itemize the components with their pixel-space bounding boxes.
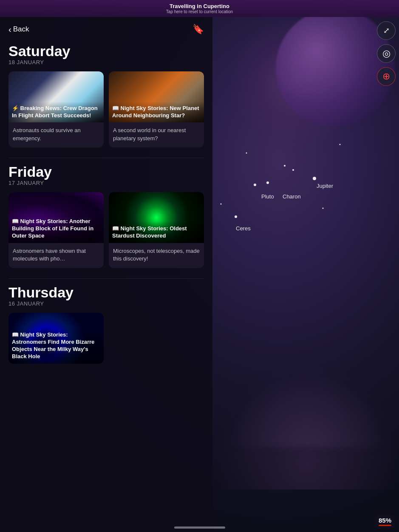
section-divider-0 [8,158,204,158]
news-card-2-0[interactable]: 📖 Night Sky Stories: Astronomers Find Mo… [8,313,104,364]
day-name-0: Saturday [8,43,204,59]
news-card-0-1[interactable]: 📖 Night Sky Stories: New Planet Around N… [109,71,204,147]
news-card-image-0-0: ⚡ Breaking News: Crew Dragon In Flight A… [8,71,104,122]
star-map-svg [212,17,399,532]
celestial-label-charon: Charon [283,193,301,200]
news-grid-0: ⚡ Breaking News: Crew Dragon In Flight A… [8,71,204,147]
svg-point-5 [292,169,294,171]
news-card-desc-1-1: Microscopes, not telescopes, made this d… [113,247,200,263]
section-divider-1 [8,278,204,279]
news-card-1-1[interactable]: 📖 Night Sky Stories: Oldest Stardust Dis… [109,192,204,268]
expand-button[interactable]: ⤢ [377,21,396,40]
left-panel[interactable]: ‹ Back 🔖 Saturday18 JANUARY⚡ Breaking Ne… [0,17,212,532]
news-card-body-0-1: A second world in our nearest planetary … [109,122,204,147]
svg-point-2 [266,181,269,184]
day-date-1: 17 JANUARY [8,180,204,186]
news-grid-2: 📖 Night Sky Stories: Astronomers Find Mo… [8,313,204,364]
day-name-1: Friday [8,164,204,180]
top-bar-title: Travelling in Cupertino [166,3,233,9]
news-card-image-title-0-0: ⚡ Breaking News: Crew Dragon In Flight A… [8,102,104,123]
svg-point-7 [340,144,341,145]
svg-point-9 [323,208,324,209]
svg-point-3 [235,215,237,218]
news-card-body-1-0: Astronomers have shown that molecules wi… [8,243,104,268]
celestial-label-ceres: Ceres [236,225,251,232]
day-section-1: Friday17 JANUARY📖 Night Sky Stories: Ano… [0,160,212,277]
top-bar[interactable]: Travelling in Cupertino Tap here to rese… [0,0,399,17]
news-card-image-title-1-0: 📖 Night Sky Stories: Another Building Bl… [8,215,104,243]
news-card-1-0[interactable]: 📖 Night Sky Stories: Another Building Bl… [8,192,104,268]
compass-icon: ◎ [382,48,391,59]
crosshair-button[interactable]: ⊕ [377,67,396,86]
news-card-image-0-1: 📖 Night Sky Stories: New Planet Around N… [109,71,204,122]
news-card-image-2-0: 📖 Night Sky Stories: Astronomers Find Mo… [8,313,104,364]
svg-point-6 [246,153,247,154]
day-section-2: Thursday16 JANUARY📖 Night Sky Stories: A… [0,280,212,372]
days-container: Saturday18 JANUARY⚡ Breaking News: Crew … [0,39,212,372]
news-card-desc-0-0: Astronauts could survive an emergency. [13,127,99,142]
panel-header: ‹ Back 🔖 [0,17,212,39]
top-bar-content: Travelling in Cupertino Tap here to rese… [166,3,233,14]
svg-point-1 [254,184,256,186]
news-grid-1: 📖 Night Sky Stories: Another Building Bl… [8,192,204,268]
right-buttons: ⤢ ◎ ⊕ [377,21,396,86]
news-card-image-title-1-1: 📖 Night Sky Stories: Oldest Stardust Dis… [109,222,204,243]
day-date-2: 16 JANUARY [8,300,204,307]
back-chevron-icon: ‹ [8,25,11,34]
expand-icon: ⤢ [383,26,390,35]
zoom-value: 85% [379,517,391,524]
news-card-desc-1-0: Astronomers have shown that molecules wi… [13,247,99,263]
celestial-label-pluto: Pluto [261,193,274,200]
top-bar-subtitle: Tap here to reset to current location [166,9,233,14]
celestial-label-jupiter: Jupiter [317,183,333,189]
star-map[interactable]: JupiterPlutoCharonCeres [212,17,399,532]
day-name-2: Thursday [8,285,204,300]
svg-point-4 [284,165,286,167]
news-card-0-0[interactable]: ⚡ Breaking News: Crew Dragon In Flight A… [8,71,104,147]
day-section-0: Saturday18 JANUARY⚡ Breaking News: Crew … [0,39,212,156]
news-card-body-1-1: Microscopes, not telescopes, made this d… [109,243,204,268]
day-date-0: 18 JANUARY [8,59,204,65]
news-card-image-1-1: 📖 Night Sky Stories: Oldest Stardust Dis… [109,192,204,243]
back-button[interactable]: ‹ Back [8,25,29,34]
back-label: Back [13,25,29,34]
news-card-image-1-0: 📖 Night Sky Stories: Another Building Bl… [8,192,104,243]
news-card-image-title-2-0: 📖 Night Sky Stories: Astronomers Find Mo… [8,328,104,364]
zoom-indicator: 85% [375,515,395,528]
news-card-image-title-0-1: 📖 Night Sky Stories: New Planet Around N… [109,102,204,123]
scroll-indicator [174,526,225,529]
news-card-body-0-0: Astronauts could survive an emergency. [8,122,104,147]
zoom-box: 85% [375,515,395,528]
compass-button[interactable]: ◎ [377,44,396,63]
svg-point-0 [313,177,316,180]
news-card-desc-0-1: A second world in our nearest planetary … [113,127,200,142]
svg-point-8 [221,204,222,205]
zoom-bar [379,525,391,526]
bookmark-icon[interactable]: 🔖 [192,24,204,35]
crosshair-icon: ⊕ [382,71,390,82]
